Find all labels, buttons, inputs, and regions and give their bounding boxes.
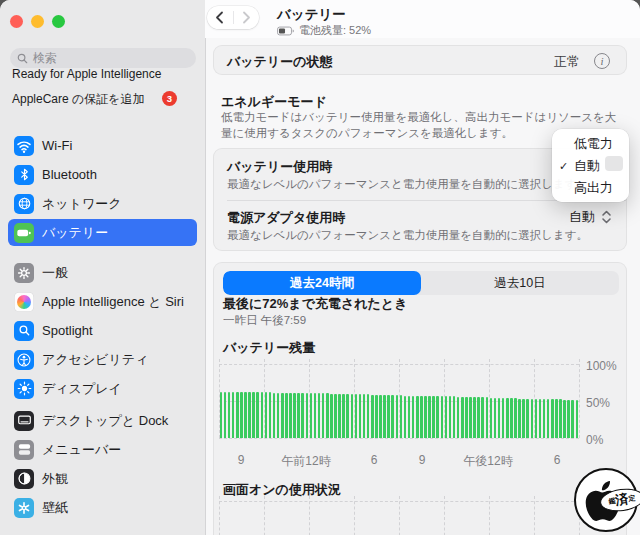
chart-bar: [252, 392, 255, 438]
sidebar-item-apple-intelligence[interactable]: Apple Intelligence と Siri: [8, 288, 197, 315]
y-tick-50: 50%: [586, 396, 610, 410]
battery-level-chart: [219, 364, 579, 438]
zoom-window-button[interactable]: [52, 15, 65, 28]
adapter-mode-value: 自動: [569, 208, 595, 226]
check-icon: ✓: [559, 155, 568, 177]
tab-last-10-days[interactable]: 過去10日: [421, 271, 619, 295]
chart-bar: [428, 396, 431, 438]
sidebar-item-display[interactable]: ディスプレイ: [8, 375, 197, 402]
sidebar-item-wifi[interactable]: Wi-Fi: [8, 132, 197, 159]
chart-bar: [273, 393, 276, 439]
sidebar-item-wallpaper[interactable]: 壁紙: [8, 494, 197, 521]
info-icon[interactable]: i: [594, 53, 610, 69]
chart-bar: [490, 398, 493, 438]
sidebar-item-label: ネットワーク: [42, 195, 122, 213]
chart-bar: [498, 398, 501, 438]
sidebar-item-accessibility[interactable]: アクセシビリティ: [8, 346, 197, 373]
sidebar-item-label: ディスプレイ: [42, 380, 122, 398]
y-tick-0: 0%: [586, 433, 603, 447]
adapter-mode-popup[interactable]: 自動: [569, 208, 612, 226]
tab-last-24-hours[interactable]: 過去24時間: [223, 271, 421, 295]
chart-bar: [248, 392, 251, 438]
chart-bar: [293, 393, 296, 438]
chart-bar: [359, 394, 362, 438]
chart-bar: [494, 398, 497, 438]
sidebar-item-battery[interactable]: バッテリー: [8, 219, 197, 246]
sidebar-item-label: デスクトップと Dock: [42, 412, 168, 430]
applecare-link[interactable]: AppleCare の保証を追加: [12, 91, 145, 108]
accessibility-icon: [14, 350, 34, 370]
chart-bar: [277, 393, 280, 438]
wifi-icon: [14, 136, 34, 156]
menu-item-high-power[interactable]: 高出力: [552, 177, 629, 199]
chart-bar: [571, 400, 574, 438]
sidebar-item-spotlight[interactable]: Spotlight: [8, 317, 197, 344]
chart-bar: [469, 397, 472, 438]
chart-bar: [477, 397, 480, 438]
search-icon: [17, 53, 28, 64]
close-window-button[interactable]: [10, 15, 23, 28]
energy-mode-title: エネルギーモード: [221, 93, 327, 111]
chart-bar: [342, 394, 345, 438]
on-adapter-label: 電源アダプタ使用時: [227, 209, 345, 227]
sidebar-item-appearance[interactable]: 外観: [8, 465, 197, 492]
chart-bar: [555, 399, 558, 438]
back-button[interactable]: [207, 6, 233, 29]
chart-bar: [432, 396, 435, 438]
chart-bar: [576, 400, 579, 438]
chart-bar: [338, 394, 341, 438]
history-nav: [207, 6, 259, 29]
chart-bar: [441, 396, 444, 438]
chart-bar: [232, 392, 235, 438]
toolbar: [205, 0, 640, 38]
chart-bar: [531, 399, 534, 438]
apple-intelligence-banner[interactable]: Ready for Apple Intelligence: [12, 67, 161, 81]
chart-bar: [543, 399, 546, 438]
chevron-up-down-icon: [601, 210, 612, 224]
menu-item-low-power[interactable]: 低電力: [552, 133, 629, 155]
battery-level-chart-title: バッテリー残量: [223, 339, 315, 357]
chart-bar: [522, 399, 525, 438]
search-placeholder: 検索: [33, 50, 57, 67]
notification-badge: 3: [162, 91, 177, 106]
chart-bar: [404, 396, 407, 438]
chart-bar: [289, 393, 292, 438]
globe-icon: [14, 194, 34, 214]
chart-bar: [326, 393, 329, 438]
forward-button[interactable]: [234, 6, 260, 29]
sidebar-item-general[interactable]: 一般: [8, 259, 197, 286]
chart-bar: [408, 396, 411, 438]
sidebar-item-label: Bluetooth: [42, 167, 97, 182]
chart-bar: [391, 395, 394, 438]
menu-item-automatic[interactable]: ✓ 自動: [552, 155, 629, 177]
chart-bar: [224, 392, 227, 438]
chart-bar: [306, 393, 309, 438]
sidebar-item-label: 外観: [42, 470, 68, 488]
sidebar-item-network[interactable]: ネットワーク: [8, 190, 197, 217]
x-tick: 午前12時: [281, 453, 330, 470]
search-input[interactable]: 検索: [10, 48, 196, 68]
chart-bar: [265, 392, 268, 438]
sidebar-item-label: アクセシビリティ: [42, 351, 148, 369]
x-tick: 9: [419, 453, 426, 467]
minimize-window-button[interactable]: [31, 15, 44, 28]
sidebar-item-desktop-dock[interactable]: デスクトップと Dock: [8, 407, 197, 434]
chart-bar: [559, 399, 562, 438]
screen-on-usage-chart-title: 画面オンの使用状況: [223, 481, 341, 499]
chart-bar: [220, 392, 223, 438]
last-charge-time: 一昨日 午後7:59: [223, 313, 306, 328]
energy-mode-menu: 低電力 ✓ 自動 高出力: [552, 129, 629, 202]
sidebar-item-menubar[interactable]: メニューバー: [8, 436, 197, 463]
chart-bar: [412, 396, 415, 438]
sidebar-item-bluetooth[interactable]: Bluetooth: [8, 161, 197, 188]
chart-bar: [330, 394, 333, 438]
appearance-icon: [14, 469, 34, 489]
battery-state-label: バッテリーの状態: [227, 53, 333, 71]
watermark-stamp: 鑑 済 定: [574, 468, 640, 535]
grid-line: [219, 364, 579, 365]
chart-bar: [518, 399, 521, 438]
on-adapter-description: 最適なレベルのパフォーマンスと電力使用量を自動的に選択します。: [227, 228, 588, 243]
sidebar-item-label: バッテリー: [42, 224, 108, 242]
grid-line: [219, 438, 579, 439]
chart-bar: [514, 398, 517, 438]
